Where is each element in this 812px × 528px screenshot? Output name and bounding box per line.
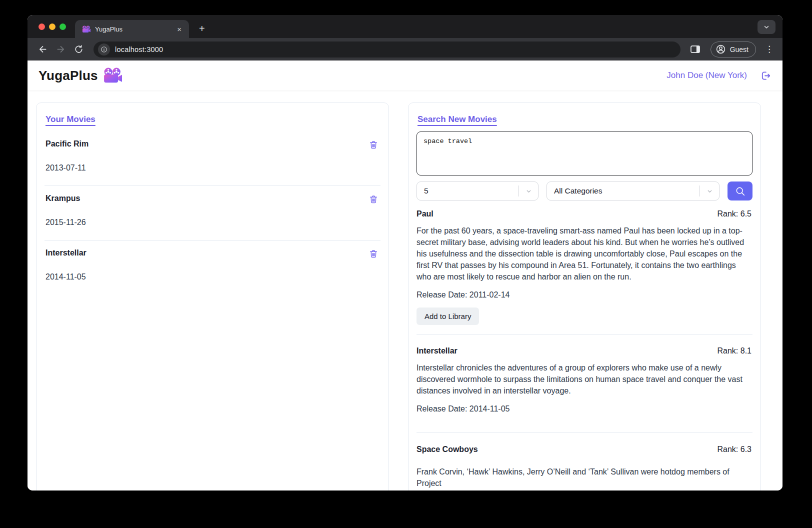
movie-title: Krampus	[46, 194, 80, 203]
movie-date: 2013-07-11	[46, 164, 380, 172]
app-title: YugaPlus	[38, 68, 98, 84]
delete-movie-button[interactable]	[368, 140, 380, 150]
chevron-down-icon	[700, 188, 719, 194]
result-release-date: Release Date: 2014-11-05	[416, 404, 752, 414]
movie-date: 2015-11-26	[46, 218, 380, 227]
search-result: Paul Rank: 6.5 For the past 60 years, a …	[416, 200, 752, 334]
max-results-value: 5	[417, 186, 518, 196]
avatar-icon	[716, 44, 726, 54]
browser-window: YugaPlus × + localhost:3000	[28, 15, 782, 490]
search-panel: Search New Movies space travel 5 All Cat…	[408, 102, 761, 490]
close-window-button[interactable]	[38, 24, 45, 30]
back-icon[interactable]	[34, 42, 50, 58]
movie-camera-icon	[103, 68, 122, 84]
result-release-date: Release Date: 2011-02-14	[416, 290, 752, 300]
library-movie-item: Krampus 2015-11-26	[44, 186, 380, 240]
search-query-input[interactable]: space travel	[416, 132, 752, 176]
result-title: Interstellar	[416, 346, 458, 356]
browser-tab[interactable]: YugaPlus ×	[75, 20, 189, 38]
search-result: Interstellar Rank: 8.1 Interstellar chro…	[416, 334, 752, 433]
delete-movie-button[interactable]	[368, 194, 380, 204]
result-rank: Rank: 8.1	[718, 346, 752, 356]
result-title: Paul	[416, 210, 434, 218]
favicon-movie-camera-icon	[82, 26, 90, 33]
library-movie-item: Pacific Rim 2013-07-11	[44, 132, 380, 186]
address-bar[interactable]: localhost:3000	[94, 42, 680, 58]
add-to-library-button[interactable]: Add to Library	[416, 308, 479, 325]
new-tab-button[interactable]: +	[196, 23, 208, 34]
movie-title: Pacific Rim	[46, 140, 88, 148]
profile-button[interactable]: Guest	[710, 42, 756, 58]
category-value: All Categories	[547, 186, 700, 196]
url-text: localhost:3000	[115, 46, 163, 54]
result-description: For the past 60 years, a space-traveling…	[416, 225, 752, 282]
result-description: Interstellar chronicles the adventures o…	[416, 362, 752, 396]
forward-icon[interactable]	[52, 42, 68, 58]
movie-title: Interstellar	[46, 248, 86, 258]
result-description: Frank Corvin, ‘Hawk’ Hawkins, Jerry O’Ne…	[416, 466, 752, 489]
profile-label: Guest	[730, 46, 748, 54]
window-controls	[28, 15, 75, 38]
app-header: YugaPlus John Doe (New York)	[28, 60, 782, 90]
your-movies-title: Your Movies	[46, 114, 380, 124]
tab-strip: YugaPlus × +	[28, 15, 782, 38]
search-controls: 5 All Categories	[416, 182, 752, 200]
delete-movie-button[interactable]	[368, 248, 380, 259]
search-button[interactable]	[728, 182, 752, 200]
tab-title: YugaPlus	[95, 26, 170, 33]
main-content: Your Movies Pacific Rim 2013-07-11 Kramp…	[28, 90, 782, 490]
chevron-down-icon	[519, 188, 538, 194]
reload-icon[interactable]	[70, 42, 86, 58]
browser-menu-icon[interactable]: ⋮	[763, 44, 776, 54]
result-rank: Rank: 6.3	[718, 445, 752, 454]
browser-toolbar: localhost:3000 Guest ⋮	[28, 38, 782, 60]
tab-close-icon[interactable]: ×	[174, 24, 184, 34]
logout-icon[interactable]	[760, 70, 772, 82]
site-info-icon[interactable]	[98, 44, 110, 56]
max-results-select[interactable]: 5	[416, 182, 538, 200]
library-movie-item: Interstellar 2014-11-05	[44, 240, 380, 294]
tab-search-chevron-icon[interactable]	[758, 20, 776, 34]
minimize-window-button[interactable]	[49, 24, 56, 30]
category-select[interactable]: All Categories	[546, 182, 720, 200]
search-title: Search New Movies	[418, 114, 752, 124]
result-rank: Rank: 6.5	[718, 210, 752, 218]
user-profile-link[interactable]: John Doe (New York)	[666, 70, 747, 80]
result-title: Space Cowboys	[416, 445, 478, 454]
search-result: Space Cowboys Rank: 6.3 Frank Corvin, ‘H…	[416, 433, 752, 489]
your-movies-panel: Your Movies Pacific Rim 2013-07-11 Kramp…	[36, 102, 389, 490]
magnifier-icon	[735, 186, 746, 196]
side-panel-icon[interactable]	[688, 42, 704, 58]
zoom-window-button[interactable]	[60, 24, 66, 30]
movie-date: 2014-11-05	[46, 272, 380, 282]
